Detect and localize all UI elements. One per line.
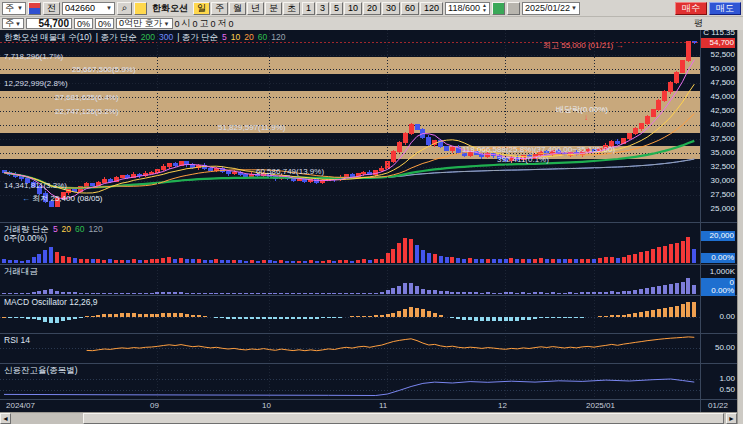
toolbar: 주 ▼ 전 ▼ ⌕ 한화오션 일주월년분초 13510203060120 118… <box>0 0 743 17</box>
date-label: 2024/07 <box>6 401 35 410</box>
zero-value: 0 <box>175 19 180 29</box>
date-label: 09 <box>150 401 159 410</box>
calendar-icon: ▼ <box>571 5 577 11</box>
macd-axis-label: 0.00 <box>701 312 735 322</box>
amount-axis-label: 0.00% <box>701 286 735 296</box>
sell-button[interactable]: 매도 <box>709 2 741 15</box>
volume-axis-label: 20,000 <box>701 231 735 241</box>
chart-canvas[interactable] <box>0 30 737 412</box>
search-button[interactable]: ⌕ <box>117 2 132 15</box>
quote-type-value: 주 <box>5 17 14 30</box>
date-value: 2025/01/22 <box>525 3 570 13</box>
chevron-down-icon: ▼ <box>164 21 170 27</box>
low-value: 0 <box>229 19 234 29</box>
scroll-left-arrow[interactable]: ◄ <box>0 413 11 424</box>
interval-button-3[interactable]: 3 <box>316 2 329 15</box>
period-button-주[interactable]: 주 <box>211 2 228 15</box>
period-button-년[interactable]: 년 <box>247 2 264 15</box>
tool-icon[interactable] <box>492 2 505 15</box>
settings-icon[interactable] <box>507 2 520 15</box>
main-axis-label: 32,500 <box>701 162 735 172</box>
stock-flag-icon <box>28 2 41 15</box>
amount-axis-label: 1,000K <box>701 267 735 277</box>
scroll-track[interactable] <box>11 413 726 424</box>
date-picker[interactable]: 2025/01/22 ▼ <box>522 2 580 15</box>
chart-type-combo[interactable]: 주 ▼ <box>2 2 26 15</box>
interval-buttons: 13510203060120 <box>302 2 443 15</box>
spinner-icon[interactable]: ▲▼ <box>482 3 487 13</box>
period-button-초[interactable]: 초 <box>283 2 300 15</box>
horizontal-scrollbar[interactable]: ◄ ► <box>0 412 737 424</box>
main-axis-label: 47,500 <box>701 78 735 88</box>
change-pct-combo[interactable]: 0% <box>74 18 93 29</box>
stock-code-box: ▼ <box>62 2 115 15</box>
rsi-axis-label: 50.00 <box>701 343 735 353</box>
interval-button-60[interactable]: 60 <box>401 2 419 15</box>
credit-axis-label: 1.00 <box>701 374 735 384</box>
high-label: 고 <box>200 17 209 30</box>
main-axis-label: 40,000 <box>701 120 735 130</box>
buy-button[interactable]: 매수 <box>675 2 707 15</box>
jeon-button[interactable]: 전 <box>43 2 60 15</box>
candle-count-input[interactable]: 118/600 ▲▼ <box>445 2 490 15</box>
date-label: 01/22 <box>708 401 728 410</box>
volume-pct-combo[interactable]: 0% <box>95 18 114 29</box>
chevron-down-icon: ▼ <box>106 5 112 11</box>
period-button-분[interactable]: 분 <box>265 2 282 15</box>
scroll-thumb[interactable] <box>83 413 724 424</box>
period-button-일[interactable]: 일 <box>193 2 210 15</box>
candle-count-value: 118/600 <box>448 3 480 13</box>
current-price: 54,700 <box>26 18 72 29</box>
main-axis-label: 50,000 <box>701 64 735 74</box>
interval-button-5[interactable]: 5 <box>330 2 343 15</box>
date-label: 11 <box>379 401 387 410</box>
open-label: 시 <box>182 17 191 30</box>
period-buttons: 일주월년분초 <box>193 2 300 15</box>
main-axis-label: 25,000 <box>701 204 735 214</box>
period-button-월[interactable]: 월 <box>229 2 246 15</box>
chart-area[interactable] <box>0 30 737 424</box>
volume-axis-label: 0.00% <box>701 253 735 263</box>
main-axis-label: 27,500 <box>701 190 735 200</box>
interval-button-30[interactable]: 30 <box>382 2 400 15</box>
date-label: 2025/01 <box>586 401 615 410</box>
main-axis-label: 37,500 <box>701 134 735 144</box>
low-label: 저 <box>218 17 227 30</box>
main-axis-label: 54,700 <box>701 38 735 48</box>
chevron-down-icon: ▼ <box>15 21 21 27</box>
scroll-right-arrow[interactable]: ► <box>726 413 737 424</box>
main-axis-label: 45,000 <box>701 92 735 102</box>
high-value: 0 <box>211 19 216 29</box>
chevron-down-icon: ▼ <box>17 5 23 11</box>
main-axis-label: 52,500 <box>701 50 735 60</box>
vertical-scrollbar[interactable] <box>737 30 743 424</box>
quote-type-combo[interactable]: 주 ▼ <box>2 18 24 29</box>
chart-type-value: 주 <box>5 2 14 15</box>
interval-button-120[interactable]: 120 <box>420 2 443 15</box>
main-axis-label: 35,000 <box>701 148 735 158</box>
quote-bar: 주 ▼ 54,700 0% 0% 0억만 호가 ▼ 0 시 0 고 0 저 0 … <box>0 17 743 30</box>
credit-axis-label: 0.50 <box>701 385 735 395</box>
date-label: 10 <box>262 401 271 410</box>
favorite-icon[interactable] <box>134 2 147 15</box>
hoga-combo[interactable]: 0억만 호가 ▼ <box>116 18 172 29</box>
main-axis-label: C 115.35 <box>701 28 735 38</box>
hoga-value: 0억만 호가 <box>119 17 163 30</box>
interval-button-10[interactable]: 10 <box>344 2 362 15</box>
stock-code-input[interactable] <box>65 3 105 14</box>
open-value: 0 <box>193 19 198 29</box>
main-axis-label: 30,000 <box>701 176 735 186</box>
stock-name: 한화오션 <box>149 2 191 15</box>
main-axis-label: 42,500 <box>701 106 735 116</box>
interval-button-1[interactable]: 1 <box>302 2 315 15</box>
interval-button-20[interactable]: 20 <box>363 2 381 15</box>
date-label: 12 <box>498 401 507 410</box>
stock-chart-window: 주 ▼ 전 ▼ ⌕ 한화오션 일주월년분초 13510203060120 118… <box>0 0 743 424</box>
